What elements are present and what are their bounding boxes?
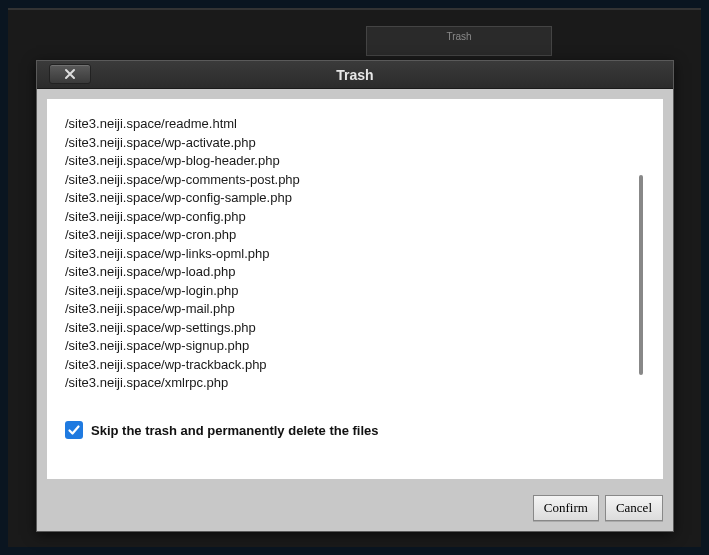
file-path: /site3.neiji.space/wp-config-sample.php — [65, 189, 625, 208]
file-path: /site3.neiji.space/wp-login.php — [65, 282, 625, 301]
scrollbar-thumb[interactable] — [639, 175, 643, 375]
checkmark-icon — [67, 423, 81, 437]
file-path: /site3.neiji.space/wp-trackback.php — [65, 356, 625, 375]
close-button[interactable] — [49, 64, 91, 84]
file-path: /site3.neiji.space/xmlrpc.php — [65, 374, 625, 393]
skip-trash-label: Skip the trash and permanently delete th… — [91, 423, 379, 438]
dialog-titlebar: Trash — [37, 61, 673, 89]
confirm-button[interactable]: Confirm — [533, 495, 599, 521]
file-list[interactable]: /site3.neiji.space/readme.html/site3.nei… — [65, 115, 645, 405]
dialog-title: Trash — [336, 67, 373, 83]
file-path: /site3.neiji.space/wp-blog-header.php — [65, 152, 625, 171]
dialog-body: /site3.neiji.space/readme.html/site3.nei… — [47, 99, 663, 479]
dialog-button-row: Confirm Cancel — [37, 489, 673, 531]
file-path: /site3.neiji.space/wp-cron.php — [65, 226, 625, 245]
skip-trash-checkbox[interactable] — [65, 421, 83, 439]
file-path: /site3.neiji.space/wp-mail.php — [65, 300, 625, 319]
close-icon — [64, 68, 76, 80]
file-path: /site3.neiji.space/wp-config.php — [65, 208, 625, 227]
background-trash-panel: Trash — [366, 26, 552, 56]
skip-trash-row: Skip the trash and permanently delete th… — [65, 421, 645, 439]
cancel-button[interactable]: Cancel — [605, 495, 663, 521]
file-path: /site3.neiji.space/wp-settings.php — [65, 319, 625, 338]
trash-dialog: Trash /site3.neiji.space/readme.html/sit… — [36, 60, 674, 532]
file-path: /site3.neiji.space/wp-links-opml.php — [65, 245, 625, 264]
file-path: /site3.neiji.space/wp-activate.php — [65, 134, 625, 153]
file-path: /site3.neiji.space/wp-load.php — [65, 263, 625, 282]
file-path: /site3.neiji.space/wp-comments-post.php — [65, 171, 625, 190]
file-path: /site3.neiji.space/wp-signup.php — [65, 337, 625, 356]
file-path: /site3.neiji.space/readme.html — [65, 115, 625, 134]
